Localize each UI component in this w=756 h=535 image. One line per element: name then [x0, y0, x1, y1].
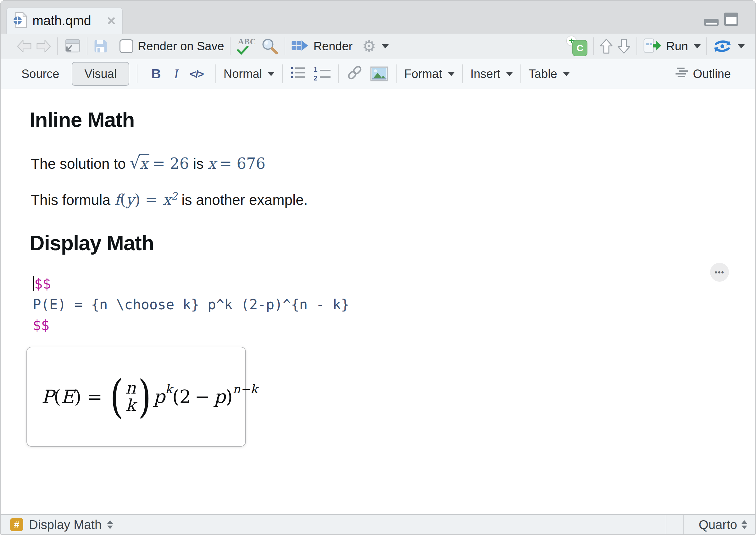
inline-math-x676: x= 676 [208, 155, 265, 172]
separator [230, 38, 230, 55]
status-bar: # Display Math Quarto [1, 514, 755, 534]
separator [87, 38, 87, 55]
tab-title: math.qmd [32, 13, 91, 28]
math-latex-line[interactable]: P(E) = {n \choose k} p^k (2-p)^{n - k} [33, 294, 349, 315]
separator [706, 38, 707, 55]
search-icon[interactable] [261, 37, 279, 55]
render-options-caret-icon[interactable] [382, 44, 389, 48]
section-selector-arrows-icon [107, 520, 113, 529]
run-icon [643, 38, 662, 55]
block-options-ellipsis-button[interactable]: ••• [710, 263, 729, 282]
heading-inline-math[interactable]: Inline Math [30, 108, 134, 132]
separator [285, 38, 285, 55]
separator [282, 65, 283, 83]
jump-next-chunk-icon[interactable] [617, 38, 631, 54]
heading-hash-badge: # [10, 518, 23, 531]
chevron-down-icon [506, 72, 513, 76]
render-label: Render [313, 40, 353, 53]
separator [520, 65, 521, 83]
chevron-down-icon [563, 72, 570, 76]
quarto-document-icon [13, 12, 27, 30]
insert-menu[interactable]: Insert [471, 67, 513, 81]
open-in-new-window-icon[interactable] [64, 38, 81, 54]
visual-mode-button[interactable]: Visual [72, 62, 129, 86]
separator [57, 38, 58, 55]
editor-toolbar: Render on Save ABC [1, 34, 755, 59]
save-icon[interactable] [93, 39, 107, 53]
bullet-list-icon[interactable] [290, 66, 306, 82]
separator [593, 38, 594, 55]
spellcheck-check-icon [237, 46, 249, 56]
minimize-pane-icon[interactable] [704, 18, 719, 27]
inline-code-button[interactable]: </> [190, 68, 203, 80]
ordered-list-number: 1 [313, 66, 317, 73]
outline-location-button[interactable]: # Display Math [1, 515, 666, 534]
chevron-down-icon [268, 72, 275, 76]
text-cursor [33, 276, 34, 291]
ordered-list-number: 2 [313, 75, 317, 82]
table-menu[interactable]: Table [529, 67, 570, 81]
run-button[interactable]: Run [643, 38, 688, 55]
format-toolbar: Source Visual B I </> Normal 12 [1, 59, 755, 89]
separator [216, 65, 216, 83]
source-options-caret-icon[interactable] [738, 44, 745, 48]
outline-icon [675, 67, 689, 81]
chevron-down-icon [448, 72, 455, 76]
source-refresh-icon[interactable] [712, 39, 732, 54]
math-delimiter-line[interactable]: $$ [33, 273, 349, 294]
paragraph-style-dropdown[interactable]: Normal [223, 67, 275, 81]
separator [338, 65, 339, 83]
visual-editor-canvas[interactable]: Inline Math The solution to √x= 26 is x=… [1, 89, 755, 514]
render-on-save-label: Render on Save [138, 40, 224, 53]
gear-icon[interactable]: ⚙ [362, 38, 376, 54]
inline-math-sqrt: √x= 26 [130, 155, 189, 172]
tab-bar: math.qmd [1, 1, 755, 34]
render-button[interactable]: Render [291, 38, 353, 54]
image-icon[interactable] [370, 66, 388, 81]
maximize-pane-icon[interactable] [724, 12, 739, 27]
bold-button[interactable]: B [151, 66, 161, 81]
separator [462, 65, 463, 83]
chunk-c-badge: C [572, 40, 588, 56]
statusbar-cell [666, 515, 683, 534]
spellcheck-icon[interactable]: ABC [236, 37, 256, 56]
math-preview-panel[interactable]: P(E) = ( nk ) pk(2−p)n−k [26, 347, 246, 447]
inline-math-fy: f(y) = x2 [114, 191, 178, 209]
paragraph-inline-math-2[interactable]: This formula f(y) = x2 is another exampl… [31, 190, 308, 209]
outline-label: Outline [693, 67, 731, 81]
current-section-label: Display Math [29, 518, 102, 532]
tab-math-qmd[interactable]: math.qmd [6, 7, 123, 34]
pane-window-buttons [704, 12, 739, 27]
run-label: Run [666, 40, 688, 53]
binomial-coefficient: ( nk ) [108, 380, 153, 414]
ordered-list-icon[interactable]: 12 [313, 66, 331, 82]
heading-display-math[interactable]: Display Math [30, 231, 154, 255]
tab-close-icon[interactable] [106, 16, 116, 25]
format-menu[interactable]: Format [404, 67, 454, 81]
jump-previous-chunk-icon[interactable] [599, 38, 613, 54]
insert-chunk-icon[interactable]: + C [567, 36, 588, 56]
paragraph-style-value: Normal [223, 67, 262, 81]
paragraph-inline-math-1[interactable]: The solution to √x= 26 is x= 676 [31, 154, 265, 173]
separator [396, 65, 396, 83]
source-mode-button[interactable]: Source [21, 67, 59, 81]
separator [636, 38, 637, 55]
mode-selector-arrows-icon [741, 520, 747, 529]
link-icon[interactable] [346, 65, 363, 83]
document-mode-button[interactable]: Quarto [683, 515, 755, 534]
separator [137, 65, 137, 83]
render-icon [291, 38, 309, 54]
italic-button[interactable]: I [174, 66, 179, 81]
document-mode-label: Quarto [699, 518, 737, 532]
back-button[interactable] [16, 39, 32, 53]
rendered-formula: P(E) = ( nk ) pk(2−p)n−k [27, 380, 258, 414]
forward-button[interactable] [36, 39, 51, 53]
rstudio-source-pane: math.qmd [0, 0, 756, 535]
render-on-save-checkbox[interactable] [120, 39, 133, 53]
math-delimiter-line[interactable]: $$ [33, 315, 349, 335]
run-options-caret-icon[interactable] [694, 44, 701, 48]
math-source-block[interactable]: $$ P(E) = {n \choose k} p^k (2-p)^{n - k… [33, 273, 349, 335]
outline-toggle[interactable]: Outline [675, 67, 731, 81]
